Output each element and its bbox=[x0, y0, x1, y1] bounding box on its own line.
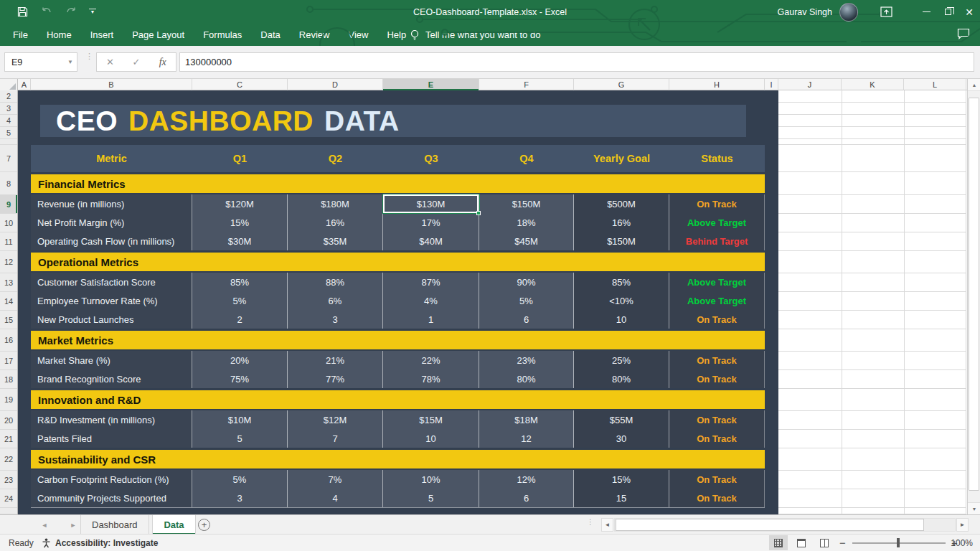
value-cell[interactable]: 5 bbox=[192, 429, 288, 448]
sheet-tab-data[interactable]: Data bbox=[152, 515, 195, 534]
enter-icon[interactable]: ✓ bbox=[123, 57, 150, 67]
value-cell[interactable]: 21% bbox=[288, 351, 383, 369]
value-cell[interactable]: 22% bbox=[383, 351, 479, 369]
value-cell[interactable]: 12% bbox=[479, 470, 574, 489]
status-cell[interactable]: Behind Target bbox=[669, 232, 765, 250]
user-name[interactable]: Gaurav Singh bbox=[778, 7, 832, 17]
empty-grid-row[interactable] bbox=[778, 195, 966, 214]
value-cell[interactable]: 5% bbox=[192, 470, 288, 489]
row-header-13[interactable]: 13 bbox=[0, 273, 17, 292]
value-cell[interactable]: 7% bbox=[288, 470, 383, 489]
row-header-16[interactable]: 16 bbox=[0, 329, 17, 352]
value-cell[interactable]: 7 bbox=[288, 429, 383, 448]
value-cell[interactable]: <10% bbox=[574, 291, 669, 310]
value-cell[interactable]: $150M bbox=[574, 232, 669, 250]
row-header-4[interactable]: 4 bbox=[0, 115, 17, 127]
empty-grid-row[interactable] bbox=[778, 90, 966, 103]
empty-grid-row[interactable] bbox=[778, 103, 966, 115]
ribbon-tab-data[interactable]: Data bbox=[251, 24, 289, 46]
metric-cell[interactable]: Employee Turnover Rate (%) bbox=[31, 291, 192, 310]
section-row[interactable]: Financial Metrics bbox=[31, 172, 765, 194]
user-avatar[interactable] bbox=[839, 3, 858, 22]
value-cell[interactable]: 87% bbox=[383, 273, 479, 291]
zoom-level[interactable]: 100% bbox=[951, 534, 973, 551]
table-header-yearly-goal[interactable]: Yearly Goal bbox=[574, 145, 669, 172]
column-header-L[interactable]: L bbox=[904, 79, 966, 90]
table-header-q1[interactable]: Q1 bbox=[192, 145, 288, 172]
value-cell[interactable]: $10M bbox=[192, 410, 288, 429]
status-cell[interactable]: Above Target bbox=[669, 213, 765, 232]
value-cell[interactable]: 16% bbox=[574, 213, 669, 232]
insert-function-icon[interactable]: fx bbox=[149, 57, 176, 68]
empty-grid-row[interactable] bbox=[778, 292, 966, 311]
empty-grid-row[interactable] bbox=[778, 311, 966, 329]
name-box-dropdown-icon[interactable]: ▼ bbox=[64, 53, 77, 71]
undo-icon[interactable] bbox=[40, 6, 53, 19]
row-header-5[interactable]: 5 bbox=[0, 127, 17, 139]
value-cell[interactable]: $180M bbox=[288, 194, 383, 213]
value-cell[interactable]: $12M bbox=[288, 410, 383, 429]
scrollbar-resize-dots[interactable]: ⋮ bbox=[587, 520, 591, 524]
vertical-scrollbar[interactable]: ▲ ▼ bbox=[967, 79, 980, 514]
row-header-22[interactable]: 22 bbox=[0, 448, 17, 471]
value-cell[interactable]: $120M bbox=[192, 194, 288, 213]
value-cell[interactable]: 6 bbox=[479, 310, 574, 329]
value-cell[interactable]: 6% bbox=[288, 291, 383, 310]
sheet-nav-right-icon[interactable]: ► bbox=[66, 515, 80, 534]
row-header-7[interactable]: 7 bbox=[0, 145, 17, 172]
row-header-3[interactable]: 3 bbox=[0, 103, 17, 115]
value-cell[interactable]: 2 bbox=[192, 310, 288, 329]
status-cell[interactable]: Above Target bbox=[669, 273, 765, 291]
metric-cell[interactable]: Operating Cash Flow (in millions) bbox=[31, 232, 192, 250]
status-cell[interactable]: On Track bbox=[669, 489, 765, 507]
scroll-left-icon[interactable]: ◄ bbox=[601, 518, 613, 532]
row-header-11[interactable]: 11 bbox=[0, 232, 17, 251]
empty-grid-row[interactable] bbox=[778, 232, 966, 251]
metric-cell[interactable]: New Product Launches bbox=[31, 310, 192, 329]
value-cell[interactable]: 15% bbox=[574, 470, 669, 489]
value-cell[interactable]: 85% bbox=[574, 273, 669, 291]
column-header-H[interactable]: H bbox=[669, 79, 765, 90]
horizontal-scroll-thumb[interactable] bbox=[616, 519, 924, 531]
empty-grid-row[interactable] bbox=[778, 145, 966, 172]
section-row[interactable]: Innovation and R&D bbox=[31, 388, 765, 410]
row-header-10[interactable]: 10 bbox=[0, 214, 17, 232]
empty-grid-row[interactable] bbox=[778, 430, 966, 448]
restore-button[interactable] bbox=[937, 0, 958, 24]
status-cell[interactable]: On Track bbox=[669, 410, 765, 429]
page-break-view-button[interactable] bbox=[815, 535, 834, 550]
column-header-G[interactable]: G bbox=[574, 79, 669, 90]
column-header-A[interactable]: A bbox=[18, 79, 31, 90]
row-header-6[interactable] bbox=[0, 139, 17, 145]
section-row[interactable]: Market Metrics bbox=[31, 329, 765, 351]
value-cell[interactable]: 80% bbox=[479, 369, 574, 388]
column-header-I[interactable]: I bbox=[765, 79, 778, 90]
metric-cell[interactable]: Customer Satisfaction Score bbox=[31, 273, 192, 291]
empty-grid-row[interactable] bbox=[778, 508, 966, 514]
empty-grid-row[interactable] bbox=[778, 448, 966, 471]
feedback-icon[interactable] bbox=[957, 28, 970, 39]
sheet-tab-dashboard[interactable]: Dashboard bbox=[80, 515, 149, 534]
sheet-nav-left-icon[interactable]: ◄ bbox=[37, 515, 52, 534]
value-cell[interactable]: 90% bbox=[479, 273, 574, 291]
empty-cells-region[interactable] bbox=[778, 90, 966, 514]
value-cell[interactable]: $40M bbox=[383, 232, 479, 250]
value-cell[interactable]: 10% bbox=[383, 470, 479, 489]
tell-me-box[interactable]: Tell me what you want to do bbox=[410, 24, 540, 46]
value-cell[interactable]: $45M bbox=[479, 232, 574, 250]
column-header-J[interactable]: J bbox=[778, 79, 842, 90]
empty-grid-row[interactable] bbox=[778, 389, 966, 411]
value-cell[interactable]: 10 bbox=[383, 429, 479, 448]
status-cell[interactable]: On Track bbox=[669, 310, 765, 329]
row-header-20[interactable]: 20 bbox=[0, 411, 17, 430]
section-row[interactable]: Operational Metrics bbox=[31, 250, 765, 273]
table-header-q3[interactable]: Q3 bbox=[383, 145, 479, 172]
value-cell[interactable]: 77% bbox=[288, 369, 383, 388]
empty-grid-row[interactable] bbox=[778, 214, 966, 232]
value-cell[interactable]: $55M bbox=[574, 410, 669, 429]
value-cell[interactable]: 4% bbox=[383, 291, 479, 310]
empty-grid-row[interactable] bbox=[778, 115, 966, 127]
value-cell[interactable]: 10 bbox=[574, 310, 669, 329]
value-cell[interactable]: 5% bbox=[479, 291, 574, 310]
value-cell[interactable]: 5 bbox=[383, 489, 479, 507]
